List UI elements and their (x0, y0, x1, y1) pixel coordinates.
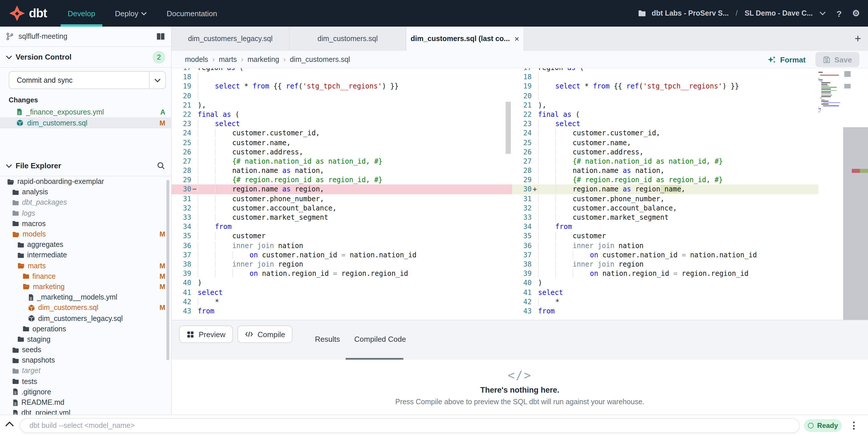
tree-item-label: rapid-onboarding-exemplar (17, 177, 104, 185)
nav-link-develop[interactable]: Develop (68, 0, 95, 27)
commit-options-chevron[interactable] (149, 72, 165, 88)
original-code-line-41: 41select (172, 288, 512, 297)
file-tree: rapid-onboarding-exemplaranalysisdbt_pac… (0, 176, 171, 415)
modified-pane-scrollbar[interactable] (843, 68, 852, 320)
expand-chevron-up-icon[interactable] (5, 420, 14, 427)
settings-gear-icon[interactable]: ⚙ (852, 8, 860, 19)
tree-item-operations[interactable]: operations (0, 323, 171, 334)
git-status-badge: M (159, 262, 165, 270)
tree-item-dbt_packages[interactable]: dbt_packages (0, 198, 171, 208)
nav-link-documentation[interactable]: Documentation (167, 0, 217, 27)
tab-compiled-code[interactable]: Compiled Code (354, 320, 406, 358)
version-control-header[interactable]: Version Control 2 (0, 47, 171, 68)
compile-button[interactable]: Compile (238, 325, 292, 343)
modified-code-line-39: 39 on nation.region_id = region.region_i… (512, 269, 818, 278)
tree-item-label: staging (27, 336, 51, 344)
commit-and-sync-button[interactable]: Commit and sync (9, 71, 166, 89)
diff-overview-ruler[interactable] (852, 68, 868, 320)
breadcrumb-item: marketing (247, 55, 279, 63)
tree-item-_marketing__models.yml[interactable]: _marketing__models.yml (0, 292, 171, 302)
modified-code-line-22: 22final as ( (512, 110, 818, 119)
tree-item-aggregates[interactable]: aggregates (0, 239, 171, 250)
editor-tab-dim_customers_legacy.sql[interactable]: dim_customers_legacy.sql (172, 27, 289, 51)
editor-tab-dim_customers.sql[interactable]: dim_customers.sql (289, 27, 406, 51)
modified-code-line-27: 27 {# nation.nation_id as nation_id, #} (512, 157, 818, 166)
help-icon[interactable]: ? (837, 8, 842, 18)
tree-item-tests[interactable]: tests (0, 376, 171, 386)
breadcrumb-separator: › (241, 55, 244, 64)
modified-code-line-38: 38 inner join region (512, 260, 818, 269)
tree-item-marts[interactable]: martsM (0, 261, 171, 271)
tree-item-dim_customers_legacy.sql[interactable]: dim_customers_legacy.sql (0, 313, 171, 323)
tree-item-label: snapshots (22, 356, 55, 365)
tree-item-label: dim_customers.sql (38, 304, 98, 312)
original-code-line-19: 19 select * from {{ ref('stg_tpch__regio… (172, 82, 512, 91)
original-code-line-29: 29 {# region.region_id as region_id, #} (172, 175, 512, 185)
tree-item-.gitignore[interactable]: .gitignore (0, 387, 171, 397)
tree-item-target[interactable]: target (0, 366, 171, 376)
original-code-line-23: 23 select (172, 119, 512, 128)
tree-item-rapid-onboarding-exemplar[interactable]: rapid-onboarding-exemplar (0, 176, 171, 187)
tree-item-label: macros (22, 220, 45, 228)
file-explorer-header[interactable]: File Explorer (0, 155, 171, 176)
tree-item-analysis[interactable]: analysis (0, 187, 171, 197)
folder-open-icon (17, 263, 25, 269)
original-code-line-36: 36 inner join nation (172, 241, 512, 250)
close-icon[interactable]: × (514, 34, 519, 43)
modified-code-line-24: 24 customer.customer_id, (512, 129, 818, 138)
diff-pane-modified[interactable]: 17region as (18 19 select * from {{ ref(… (512, 68, 818, 316)
tree-item-logs[interactable]: logs (0, 208, 171, 218)
modified-code-line-43: 43from (512, 307, 818, 316)
breadcrumb-separator: › (212, 55, 215, 64)
minimap[interactable] (818, 70, 843, 113)
tree-item-README.md[interactable]: README.md (0, 397, 171, 408)
tree-item-seeds[interactable]: seeds (0, 345, 171, 355)
project-name[interactable]: SL Demo - Dave C... (745, 9, 813, 17)
project-chevron-down-icon[interactable] (820, 11, 826, 16)
editor-tab-dim_customers.sql (last co...[interactable]: dim_customers.sql (last co...× (406, 27, 524, 51)
tab-results[interactable]: Results (315, 320, 340, 358)
tree-item-models[interactable]: modelsM (0, 229, 171, 239)
command-placeholder: dbt build --select <model_name> (29, 422, 135, 430)
original-code-line-32: 32 customer.account_balance, (172, 204, 512, 213)
folder-icon (17, 241, 24, 248)
save-button[interactable]: Save (815, 52, 859, 67)
original-code-line-37: 37 on customer.nation_id = nation.nation… (172, 251, 512, 260)
tree-item-finance[interactable]: financeM (0, 271, 171, 281)
nav-link-deploy[interactable]: Deploy (115, 0, 147, 27)
changed-file-_finance_exposures.yml[interactable]: _finance_exposures.ymlA (0, 107, 171, 117)
tree-item-intermediate[interactable]: intermediate (0, 250, 171, 261)
diff-pane-original[interactable]: 17region as (18 19 select * from {{ ref(… (172, 68, 512, 316)
preview-grid-icon (187, 330, 194, 338)
search-icon[interactable] (157, 161, 165, 170)
modified-code-line-18: 18 (512, 72, 818, 82)
original-code-line-22: 22final as ( (172, 110, 512, 119)
new-tab-button[interactable]: + (848, 32, 868, 45)
tree-item-staging[interactable]: staging (0, 334, 171, 345)
changed-file-dim_customers.sql[interactable]: dim_customers.sqlM (0, 117, 171, 128)
breadcrumb: models›marts›marketing›dim_customers.sql (185, 55, 350, 64)
original-pane-scrollbar[interactable] (506, 102, 511, 154)
modified-code-line-21: 21), (512, 100, 818, 110)
format-button[interactable]: Format (768, 51, 806, 68)
tree-item-macros[interactable]: macros (0, 219, 171, 229)
modified-code-line-42: 42 * (512, 297, 818, 306)
dbt-logo[interactable]: dbt (9, 5, 47, 21)
tree-item-snapshots[interactable]: snapshots (0, 355, 171, 366)
kebab-menu-icon[interactable] (849, 420, 858, 431)
preview-button[interactable]: Preview (179, 325, 233, 343)
command-input[interactable]: dbt build --select <model_name> (20, 418, 800, 433)
account-name[interactable]: dbt Labs - ProServ S... (652, 9, 729, 17)
original-code-line-26: 26 customer.address, (172, 147, 512, 156)
git-status-badge: M (159, 283, 165, 291)
changes-count-badge: 2 (153, 51, 165, 63)
file-icon (12, 399, 19, 406)
tree-item-label: marketing (33, 283, 65, 291)
status-badge: Ready (804, 419, 842, 432)
tree-item-marketing[interactable]: marketingM (0, 282, 171, 292)
tree-item-dim_customers.sql[interactable]: dim_customers.sqlM (0, 303, 171, 313)
docs-book-icon[interactable] (156, 32, 165, 40)
commit-and-sync-label: Commit and sync (9, 76, 149, 84)
file-tree-scrollbar[interactable] (166, 180, 169, 360)
tree-item-dbt_project.yml[interactable]: dbt_project.yml (0, 408, 171, 415)
